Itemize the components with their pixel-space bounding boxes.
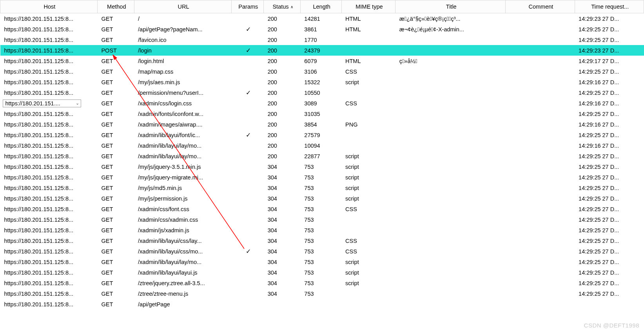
- cell-mime: script: [341, 257, 395, 267]
- cell-time: 14:29:25 27 D...: [575, 34, 644, 45]
- cell-mime: script: [341, 278, 395, 288]
- table-row[interactable]: https://180.201.151.125:8...GET/20014281…: [0, 13, 644, 24]
- table-row[interactable]: https://180.201.151.125:8...GET/xadmin/l…: [0, 151, 644, 161]
- cell-params: [231, 172, 264, 183]
- cell-length: 3854: [300, 119, 341, 130]
- table-row[interactable]: https://180.201.151.125:8...GET/xadmin/f…: [0, 109, 644, 119]
- cell-params: [231, 183, 264, 193]
- cell-title: [395, 278, 506, 288]
- cell-time: 14:29:17 27 D...: [575, 56, 644, 66]
- cell-params: ✓: [231, 130, 264, 140]
- table-row[interactable]: https://180.201.151.125:8...GET/xadmin/l…: [0, 235, 644, 246]
- cell-params: [231, 278, 264, 288]
- cell-url: /my/js/jquery-3.5.1.min.js: [134, 161, 231, 172]
- cell-params: [231, 225, 264, 235]
- col-header-comment[interactable]: Comment: [506, 0, 575, 13]
- cell-url: /xadmin/fonts/iconfont.w...: [134, 109, 231, 119]
- cell-mime: HTML: [341, 56, 395, 66]
- table-row[interactable]: https://180.201.151.125:8...GET/xadmin/c…: [0, 214, 644, 225]
- col-header-length[interactable]: Length: [300, 0, 341, 13]
- cell-method: GET: [97, 161, 134, 172]
- cell-title: [395, 235, 506, 246]
- cell-status: 200: [264, 98, 301, 109]
- cell-host: https://180.201.151.125:8...: [0, 130, 98, 140]
- col-header-time[interactable]: Time request...: [575, 0, 644, 13]
- cell-host: https://180.201.151.125:8...: [0, 204, 98, 214]
- cell-params: [231, 288, 264, 299]
- table-row[interactable]: https://180.201.151.125:8...GET/xadmin/l…: [0, 130, 644, 140]
- cell-status: 304: [264, 246, 301, 257]
- cell-host: https://180.201.151.125:8...: [0, 225, 98, 235]
- table-row[interactable]: https://180.201.151.125:8...GET/xadmin/l…: [0, 257, 644, 267]
- cell-params: [231, 34, 264, 45]
- cell-status: 304: [264, 172, 301, 183]
- cell-params: ✓: [231, 45, 264, 56]
- sort-asc-icon: ∧: [290, 5, 293, 9]
- cell-length: 14281: [300, 13, 341, 24]
- table-header-row: Host Method URL Params Status∧ Length MI…: [0, 0, 644, 13]
- col-header-status[interactable]: Status∧: [264, 0, 301, 13]
- table-row[interactable]: https://180.201.151.125:8...GET/xadmin/l…: [0, 140, 644, 151]
- cell-host: https://180.201.151.125:8...: [0, 119, 98, 130]
- table-row[interactable]: https://180.201.151.125:8...GET/api/getP…: [0, 24, 644, 34]
- cell-method: GET: [97, 109, 134, 119]
- table-row[interactable]: https://180.201.151.125:8...GET/xadmin/j…: [0, 225, 644, 235]
- chevron-down-icon: ⌄: [76, 101, 79, 106]
- col-header-url[interactable]: URL: [134, 0, 231, 13]
- cell-params: [231, 267, 264, 278]
- cell-host: https://180.201.151.125:8...: [0, 151, 98, 161]
- cell-host: https://180.201.151.125:8...: [0, 288, 98, 299]
- cell-mime: [341, 34, 395, 45]
- col-header-mime[interactable]: MIME type: [341, 0, 395, 13]
- col-header-method[interactable]: Method: [97, 0, 134, 13]
- cell-time: 14:29:25 27 D...: [575, 66, 644, 77]
- cell-length: 753: [300, 214, 341, 225]
- cell-time: 14:29:25 27 D...: [575, 24, 644, 34]
- table-row[interactable]: https://180.201.151.125:8...GET/ztree/jq…: [0, 278, 644, 288]
- host-dropdown[interactable]: https://180.201.151....⌄: [3, 99, 81, 107]
- table-row[interactable]: https://180.201.151.125:8...GET/permissi…: [0, 87, 644, 98]
- cell-length: 15322: [300, 77, 341, 87]
- cell-comment: [506, 214, 575, 225]
- col-header-host[interactable]: Host: [0, 0, 98, 13]
- cell-url: /xadmin/lib/layui/lay/mo...: [134, 140, 231, 151]
- cell-comment: [506, 288, 575, 299]
- table-row[interactable]: https://180.201.151.125:8...GET/xadmin/l…: [0, 267, 644, 278]
- table-row[interactable]: https://180.201.151.125:8...GET/my/js/ae…: [0, 77, 644, 87]
- cell-length: 3861: [300, 24, 341, 34]
- cell-comment: [506, 299, 575, 309]
- table-row[interactable]: https://180.201.151.125:8...GET/login.ht…: [0, 56, 644, 66]
- table-row[interactable]: https://180.201.151....⌄GET/xadmin/css/l…: [0, 98, 644, 109]
- table-row[interactable]: https://180.201.151.125:8...GET/xadmin/c…: [0, 204, 644, 214]
- cell-status: 304: [264, 225, 301, 235]
- col-header-params[interactable]: Params: [231, 0, 264, 13]
- cell-title: æ¬¢è¿ é¡µé ¢-X-admin...: [395, 24, 506, 34]
- cell-params: [231, 161, 264, 172]
- cell-method: POST: [97, 45, 134, 56]
- table-row[interactable]: https://180.201.151.125:8...GET/my/js/jq…: [0, 172, 644, 183]
- cell-status: 304: [264, 193, 301, 204]
- table-row[interactable]: https://180.201.151.125:8...GET/api/getP…: [0, 299, 644, 309]
- cell-title: [395, 257, 506, 267]
- table-row[interactable]: https://180.201.151.125:8...GET/ztree/zt…: [0, 288, 644, 299]
- cell-status: 200: [264, 66, 301, 77]
- col-header-title[interactable]: Title: [395, 0, 506, 13]
- cell-title: [395, 172, 506, 183]
- cell-comment: [506, 225, 575, 235]
- cell-params: [231, 235, 264, 246]
- table-row[interactable]: https://180.201.151.125:8...GET/my/js/pe…: [0, 193, 644, 204]
- cell-mime: script: [341, 77, 395, 87]
- cell-time: 14:29:16 27 D...: [575, 140, 644, 151]
- cell-params: [231, 299, 264, 309]
- table-row[interactable]: https://180.201.151.125:8...GET/map/map.…: [0, 66, 644, 77]
- cell-url: /xadmin/lib/layui/css/mo...: [134, 246, 231, 257]
- table-row[interactable]: https://180.201.151.125:8...GET/my/js/md…: [0, 183, 644, 193]
- cell-status: 200: [264, 24, 301, 34]
- cell-url: /my/js/permission.js: [134, 193, 231, 204]
- table-row[interactable]: https://180.201.151.125:8...GET/favicon.…: [0, 34, 644, 45]
- table-row[interactable]: https://180.201.151.125:8...GET/my/js/jq…: [0, 161, 644, 172]
- table-row[interactable]: https://180.201.151.125:8...GET/xadmin/l…: [0, 246, 644, 257]
- table-row[interactable]: https://180.201.151.125:8...GET/xadmin/i…: [0, 119, 644, 130]
- table-row[interactable]: https://180.201.151.125:8...POST/login✓2…: [0, 45, 644, 56]
- cell-method: GET: [97, 87, 134, 98]
